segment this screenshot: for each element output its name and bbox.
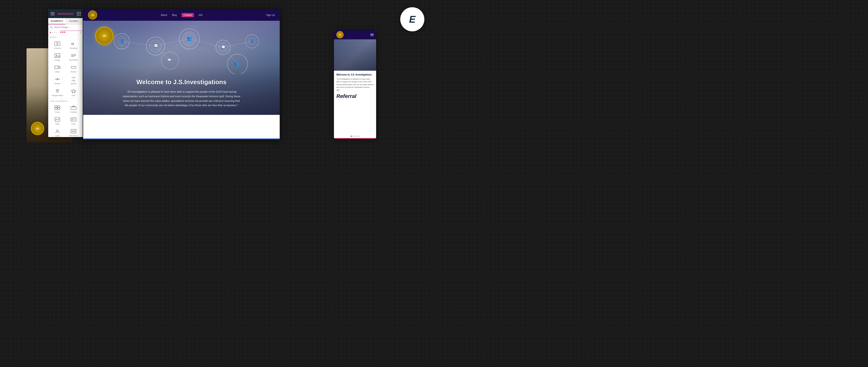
columns-icon	[54, 41, 61, 46]
left-preview-logo: JSI	[31, 122, 44, 135]
canvas-bottom-line	[83, 139, 280, 139]
nav-link-blog[interactable]: Blog	[172, 14, 177, 17]
heading-icon: H	[70, 41, 77, 46]
svg-rect-18	[58, 106, 60, 107]
divider-icon	[54, 77, 61, 82]
svg-marker-16	[71, 89, 76, 93]
image-icon	[54, 53, 61, 58]
nav-signup[interactable]: Sign Up	[266, 14, 275, 17]
video-icon	[54, 65, 61, 70]
hero-content: Welcome to J.S.Investigations "JS Invest…	[83, 78, 280, 108]
video-label: Video	[55, 71, 60, 73]
mobile-title: Welcome to J.S. Investigations	[336, 73, 374, 76]
hero-logo: JSI	[95, 27, 113, 45]
element-posts[interactable]: Posts	[50, 103, 65, 115]
hero-body: "JS Investigations is pleased to have be…	[121, 89, 242, 108]
svg-rect-23	[55, 117, 60, 121]
chevron-down-icon[interactable]: ▾	[80, 31, 81, 33]
hamburger-menu[interactable]	[51, 12, 55, 15]
mobile-body: "JS Investigations is pleased to have be…	[336, 78, 374, 91]
tab-global[interactable]: GLOBAL	[66, 18, 83, 24]
element-spacer[interactable]: Spacer	[66, 75, 82, 86]
mobile-bottom-dots	[350, 136, 360, 137]
element-slide[interactable]: Slide	[50, 115, 65, 126]
panel-grid-icon[interactable]	[77, 12, 80, 16]
image-label: Image	[55, 59, 60, 61]
login-label: Login	[55, 135, 60, 137]
portfolio-label: Portfolio	[70, 111, 77, 113]
element-portfolio[interactable]: Portfolio	[66, 103, 82, 115]
element-form[interactable]: Form	[66, 115, 82, 126]
nav-link-about[interactable]: About	[161, 14, 167, 17]
tab-elements[interactable]: ELEMENTS	[48, 18, 66, 24]
element-new-menu[interactable]: New Menu	[66, 127, 82, 137]
svg-point-27	[56, 130, 58, 132]
mobile-preview: JSI Welcome to J.S. Investigations "JS I…	[334, 30, 376, 139]
divider-label: Divider	[55, 83, 61, 85]
svg-rect-0	[55, 42, 57, 46]
element-google-maps[interactable]: Google Maps	[50, 86, 65, 98]
svg-rect-8	[55, 66, 58, 69]
panel-header: elementor	[48, 9, 83, 18]
element-heading[interactable]: H Heading	[66, 39, 82, 51]
search-icon: 🔍	[50, 26, 53, 28]
google-maps-label: Google Maps	[52, 94, 63, 96]
site-nav-links: About Blog Contact Info	[161, 13, 203, 17]
posts-icon	[54, 105, 61, 110]
nav-link-info[interactable]: Info	[199, 14, 203, 17]
button-label: Button	[71, 71, 76, 73]
slide-label: Slide	[55, 123, 60, 125]
elementor-panel: elementor ELEMENTS GLOBAL 🔍 ▾ BASIC Colu…	[48, 9, 83, 137]
element-login[interactable]: Login	[50, 127, 65, 137]
portfolio-icon	[70, 105, 77, 110]
mobile-content: Welcome to J.S. Investigations "JS Inves…	[334, 71, 376, 102]
form-label: Form	[71, 123, 76, 125]
search-input[interactable]	[54, 26, 81, 28]
svg-rect-3	[55, 54, 60, 57]
site-nav-logo: JSI	[88, 10, 97, 20]
hero-title: Welcome to J.S.Investigations	[98, 78, 265, 86]
svg-rect-9	[71, 66, 76, 68]
icon-element-icon	[70, 88, 77, 94]
element-image[interactable]: Image	[50, 51, 65, 62]
element-icon[interactable]: Icon	[66, 86, 82, 98]
map-icon	[54, 88, 61, 94]
mobile-bottom-line	[334, 138, 376, 139]
svg-point-15	[57, 90, 58, 91]
mobile-logo: JSI	[336, 31, 344, 38]
site-hero: 👤 💬 👥 💭 👤 ❤ 👥 JSI Welcome to J.S.Inves	[83, 21, 280, 115]
mobile-hero-overlay	[334, 39, 376, 71]
svg-rect-1	[58, 42, 60, 46]
columns-label: Columns	[54, 47, 61, 49]
element-video[interactable]: Video	[50, 63, 65, 74]
element-text-editor[interactable]: Text Editor	[66, 51, 82, 62]
svg-rect-17	[55, 106, 57, 107]
svg-rect-19	[55, 108, 57, 110]
pro-section-label: PRO ELEMENTS	[48, 98, 83, 103]
panel-tabs: ELEMENTS GLOBAL	[48, 18, 83, 25]
main-canvas: JSI About Blog Contact Info Sign Up 👤	[83, 9, 280, 139]
slide-icon	[54, 117, 61, 122]
pro-elements-grid: Posts Portfolio Slide Form	[48, 103, 83, 137]
new-menu-label: New Menu	[69, 135, 78, 137]
button-icon	[70, 65, 77, 70]
svg-marker-11	[57, 78, 58, 81]
posts-label: Posts	[55, 111, 60, 113]
mobile-topbar: JSI	[334, 30, 376, 39]
basic-section-label: BASIC	[48, 35, 83, 39]
panel-search-bar: 🔍	[48, 25, 83, 30]
filter-dots	[50, 32, 57, 33]
mobile-hamburger-icon	[370, 33, 374, 36]
element-divider[interactable]: Divider	[50, 75, 65, 86]
heading-label: Heading	[70, 47, 77, 49]
svg-rect-20	[58, 108, 60, 110]
element-button[interactable]: Button	[66, 63, 82, 74]
spacer-icon	[70, 77, 77, 82]
svg-rect-24	[71, 118, 76, 121]
nav-link-contact[interactable]: Contact	[182, 13, 194, 17]
element-columns[interactable]: Columns	[50, 39, 65, 51]
canvas-selection-line	[60, 31, 83, 31]
basic-elements-grid: Columns H Heading Image Text Editor	[48, 39, 83, 98]
mobile-referral: Referral	[336, 93, 374, 100]
elementor-panel-logo: elementor	[58, 12, 74, 16]
